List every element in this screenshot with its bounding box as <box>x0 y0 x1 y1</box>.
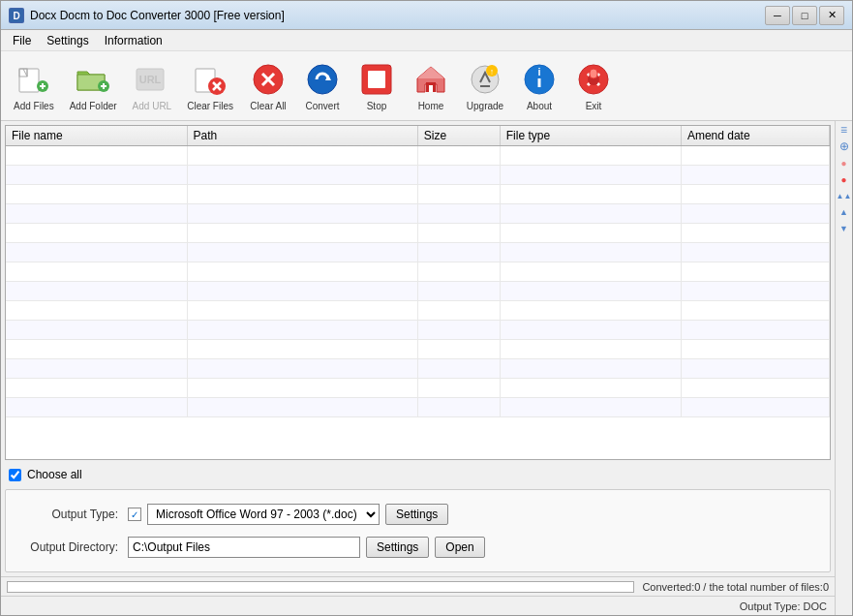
side-btn-2[interactable]: ⊕ <box>838 139 851 153</box>
svg-rect-38 <box>590 69 597 78</box>
options-panel: Output Type: ✓ Microsoft Office Word 97 … <box>5 489 831 572</box>
choose-all-bar: Choose all <box>1 464 835 485</box>
maximize-button[interactable]: □ <box>792 6 817 25</box>
toolbar: Add Files Add Folder URL <box>1 51 852 121</box>
convert-icon <box>303 60 342 99</box>
svg-text:D: D <box>13 11 19 21</box>
table-row <box>6 166 830 185</box>
side-btn-down[interactable]: ▼ <box>838 222 851 235</box>
home-icon <box>411 60 450 99</box>
upgrade-button[interactable]: ↑ Upgrade <box>459 55 511 116</box>
output-dir-settings-button[interactable]: Settings <box>366 537 429 558</box>
upgrade-icon: ↑ <box>466 60 504 99</box>
app-icon: D <box>9 8 24 23</box>
add-url-button: URL Add URL <box>126 55 179 116</box>
col-filename: File name <box>6 126 187 146</box>
output-type-row: Output Type: ✓ Microsoft Office Word 97 … <box>21 504 814 525</box>
table-row <box>6 204 830 224</box>
side-btn-up2[interactable]: ▲▲ <box>838 189 851 202</box>
output-type-control: ✓ Microsoft Office Word 97 - 2003 (*.doc… <box>128 504 448 525</box>
output-dir-row: Output Directory: Settings Open <box>21 537 814 558</box>
svg-marker-26 <box>417 67 444 78</box>
upgrade-label: Upgrade <box>467 101 503 111</box>
col-amenddate: Amend date <box>681 126 829 146</box>
about-icon: i <box>520 60 559 99</box>
add-folder-button[interactable]: Add Folder <box>63 55 124 116</box>
side-panel: ≡ ⊕ ● ● ▲▲ ▲ ▼ <box>835 121 852 615</box>
side-btn-red[interactable]: ● <box>838 172 851 186</box>
main-area: File name Path Size File type Amend date <box>1 121 852 615</box>
clear-files-icon <box>191 60 229 99</box>
svg-text:URL: URL <box>139 74 162 85</box>
choose-all-label[interactable]: Choose all <box>27 468 82 481</box>
clear-all-icon <box>249 60 288 99</box>
svg-rect-2 <box>19 69 39 92</box>
minimize-button[interactable]: ─ <box>765 6 790 25</box>
svg-rect-28 <box>429 85 433 92</box>
window-controls: ─ □ ✕ <box>765 6 844 25</box>
close-button[interactable]: ✕ <box>819 6 844 25</box>
table-row <box>6 185 830 204</box>
side-btn-up[interactable]: ▲ <box>838 205 851 219</box>
stop-icon <box>357 60 396 99</box>
add-files-button[interactable]: Add Files <box>7 55 61 116</box>
output-type-select[interactable]: Microsoft Office Word 97 - 2003 (*.doc) … <box>147 504 380 525</box>
output-dir-open-button[interactable]: Open <box>435 537 484 558</box>
add-files-label: Add Files <box>14 101 54 111</box>
table-row <box>6 321 830 340</box>
status-text: Converted:0 / the total number of files:… <box>642 581 829 593</box>
output-type-bar-text: Output Type: DOC <box>740 601 827 612</box>
menu-information[interactable]: Information <box>97 32 170 49</box>
convert-button[interactable]: Convert <box>296 55 349 116</box>
clear-all-button[interactable]: Clear All <box>242 55 294 116</box>
status-bar: Converted:0 / the total number of files:… <box>1 576 835 596</box>
about-label: About <box>527 101 552 111</box>
svg-rect-24 <box>368 71 385 88</box>
table-row <box>6 340 830 359</box>
home-label: Home <box>418 101 444 111</box>
svg-point-21 <box>308 65 337 94</box>
table-row <box>6 243 830 262</box>
table-row <box>6 359 830 379</box>
table-row <box>6 301 830 321</box>
table-row <box>6 379 830 398</box>
title-bar: D Docx Docm to Doc Converter 3000 [Free … <box>1 1 852 30</box>
output-dir-label: Output Directory: <box>21 540 128 554</box>
col-size: Size <box>417 126 500 146</box>
output-dir-control: Settings Open <box>128 537 485 558</box>
table-row <box>6 146 830 166</box>
table-row <box>6 224 830 243</box>
content-area: File name Path Size File type Amend date <box>1 121 835 615</box>
about-button[interactable]: i About <box>513 55 565 116</box>
add-url-icon: URL <box>133 60 171 99</box>
stop-button[interactable]: Stop <box>350 55 403 116</box>
menu-file[interactable]: File <box>5 32 39 49</box>
main-window: D Docx Docm to Doc Converter 3000 [Free … <box>0 0 853 616</box>
col-path: Path <box>187 126 417 146</box>
exit-button[interactable]: Exit <box>567 55 620 116</box>
add-files-icon <box>15 60 53 99</box>
table-row <box>6 262 830 282</box>
svg-text:↑: ↑ <box>490 67 495 77</box>
file-table-container[interactable]: File name Path Size File type Amend date <box>5 125 831 460</box>
menu-bar: File Settings Information <box>1 30 852 51</box>
output-type-settings-button[interactable]: Settings <box>385 504 448 525</box>
choose-all-checkbox[interactable] <box>9 469 21 481</box>
convert-label: Convert <box>305 101 339 111</box>
clear-files-button[interactable]: Clear Files <box>180 55 240 116</box>
col-filetype: File type <box>500 126 681 146</box>
table-row <box>6 282 830 301</box>
svg-text:i: i <box>537 66 540 77</box>
output-type-label: Output Type: <box>21 508 128 521</box>
side-btn-orange[interactable]: ● <box>838 156 851 169</box>
side-btn-1[interactable]: ≡ <box>838 123 851 137</box>
output-type-checkbox[interactable]: ✓ <box>128 508 141 521</box>
clear-files-label: Clear Files <box>187 101 233 111</box>
add-folder-label: Add Folder <box>70 101 117 111</box>
output-dir-input[interactable] <box>128 537 360 558</box>
menu-settings[interactable]: Settings <box>39 32 96 49</box>
add-folder-icon <box>74 60 112 99</box>
home-button[interactable]: Home <box>405 55 457 116</box>
exit-icon <box>574 60 613 99</box>
table-row <box>6 398 830 417</box>
